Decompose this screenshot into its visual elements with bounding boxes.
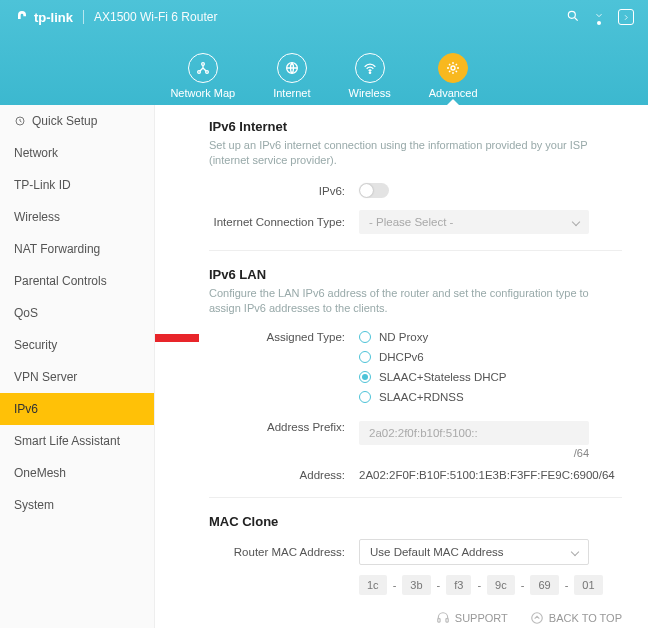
svg-line-1	[575, 17, 578, 20]
label-connection-type: Internet Connection Type:	[209, 216, 359, 228]
sidebar-item-network[interactable]: Network	[0, 137, 154, 169]
svg-rect-12	[446, 618, 448, 622]
main-nav: Network Map Internet Wireless Advanced	[0, 53, 648, 105]
section-desc-ipv6-internet: Set up an IPv6 internet connection using…	[209, 138, 622, 169]
sidebar-item-qos[interactable]: QoS	[0, 297, 154, 329]
tplink-logo-icon	[14, 9, 30, 25]
support-button[interactable]: SUPPORT	[436, 611, 508, 625]
product-name: AX1500 Wi-Fi 6 Router	[94, 10, 217, 24]
sidebar-item-nat-forwarding[interactable]: NAT Forwarding	[0, 233, 154, 265]
brand-divider	[83, 10, 84, 24]
nav-network-map[interactable]: Network Map	[170, 53, 235, 99]
section-title-ipv6-lan: IPv6 LAN	[209, 267, 622, 282]
gear-icon	[445, 60, 461, 76]
section-title-mac-clone: MAC Clone	[209, 514, 622, 529]
header: tp-link AX1500 Wi-Fi 6 Router Network Ma…	[0, 0, 648, 105]
chevron-down-icon	[572, 218, 580, 226]
divider	[209, 497, 622, 498]
label-router-mac: Router MAC Address:	[209, 546, 359, 558]
brand-text: tp-link	[34, 10, 73, 25]
sidebar: Quick Setup Network TP-Link ID Wireless …	[0, 105, 155, 628]
search-icon[interactable]	[566, 9, 580, 26]
content: IPv6 Internet Set up an IPv6 internet co…	[155, 105, 648, 628]
svg-point-0	[568, 11, 575, 18]
nav-wireless[interactable]: Wireless	[349, 53, 391, 99]
sidebar-item-smart-life[interactable]: Smart Life Assistant	[0, 425, 154, 457]
section-desc-ipv6-lan: Configure the LAN IPv6 address of the ro…	[209, 286, 622, 317]
label-assigned-type: Assigned Type:	[209, 331, 359, 343]
radio-slaac-stateless[interactable]: SLAAC+Stateless DHCP	[359, 371, 622, 383]
arrow-up-circle-icon	[530, 611, 544, 625]
svg-point-6	[369, 72, 370, 73]
radio-nd-proxy[interactable]: ND Proxy	[359, 331, 622, 343]
logout-icon[interactable]	[618, 9, 634, 25]
router-mac-select[interactable]: Use Default MAC Address	[359, 539, 589, 565]
globe-icon	[284, 60, 300, 76]
sidebar-item-wireless[interactable]: Wireless	[0, 201, 154, 233]
sidebar-item-tplink-id[interactable]: TP-Link ID	[0, 169, 154, 201]
back-to-top-button[interactable]: BACK TO TOP	[530, 611, 622, 625]
network-map-icon	[195, 60, 211, 76]
section-title-ipv6-internet: IPv6 Internet	[209, 119, 622, 134]
radio-dhcpv6[interactable]: DHCPv6	[359, 351, 622, 363]
nav-advanced[interactable]: Advanced	[429, 53, 478, 99]
radio-slaac-rdnss[interactable]: SLAAC+RDNSS	[359, 391, 622, 403]
headset-icon	[436, 611, 450, 625]
clock-icon	[14, 115, 26, 127]
address-prefix-input[interactable]: 2a02:2f0f:b10f:5100::	[359, 421, 589, 445]
content-footer: SUPPORT BACK TO TOP	[209, 611, 622, 625]
annotation-arrow-icon	[155, 323, 201, 353]
label-address-prefix: Address Prefix:	[209, 421, 359, 433]
header-actions	[566, 9, 634, 26]
brand-logo: tp-link	[14, 9, 73, 25]
download-icon[interactable]	[594, 10, 604, 25]
address-prefix-suffix: /64	[359, 447, 589, 459]
sidebar-item-quick-setup[interactable]: Quick Setup	[0, 105, 154, 137]
svg-point-13	[532, 612, 543, 623]
mac-segments: 1c- 3b- f3- 9c- 69- 01	[359, 575, 622, 595]
ipv6-toggle[interactable]	[359, 183, 389, 198]
chevron-down-icon	[571, 547, 579, 555]
svg-point-7	[451, 66, 455, 70]
sidebar-item-onemesh[interactable]: OneMesh	[0, 457, 154, 489]
connection-type-select[interactable]: - Please Select -	[359, 210, 589, 234]
sidebar-item-parental-controls[interactable]: Parental Controls	[0, 265, 154, 297]
sidebar-item-vpn-server[interactable]: VPN Server	[0, 361, 154, 393]
sidebar-item-security[interactable]: Security	[0, 329, 154, 361]
svg-rect-11	[438, 618, 440, 622]
wifi-icon	[362, 60, 378, 76]
label-address: Address:	[209, 469, 359, 481]
divider	[209, 250, 622, 251]
svg-point-2	[201, 63, 204, 66]
nav-internet[interactable]: Internet	[273, 53, 310, 99]
address-value: 2A02:2F0F:B10F:5100:1E3B:F3FF:FE9C:6900/…	[359, 469, 622, 481]
sidebar-item-system[interactable]: System	[0, 489, 154, 521]
sidebar-item-ipv6[interactable]: IPv6	[0, 393, 154, 425]
label-ipv6: IPv6:	[209, 185, 359, 197]
